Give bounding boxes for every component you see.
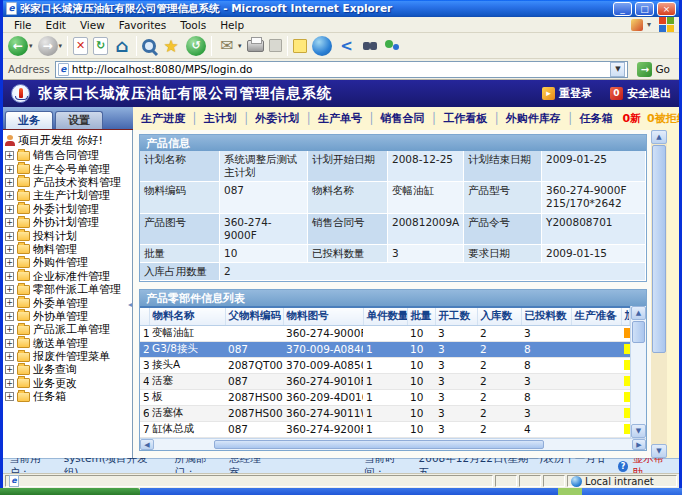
tree-item-2[interactable]: +生产令号单管理: [3, 162, 132, 175]
table-row[interactable]: 7缸体总成087360-274-9200F11032419 %: [140, 421, 630, 437]
page-vscrollbar[interactable]: ▲ ▼: [651, 130, 667, 458]
url-text[interactable]: http://localhost:8080/MPS/login.do: [72, 63, 608, 75]
addon-icon[interactable]: [631, 19, 643, 31]
menu-file[interactable]: File: [7, 19, 39, 31]
tab-业务[interactable]: 业务: [5, 111, 53, 129]
addon-dropdown-icon[interactable]: ▾: [647, 20, 651, 29]
tree-item-4[interactable]: +主生产计划管理: [3, 189, 132, 202]
dropdown-icon[interactable]: ▾: [29, 42, 33, 50]
expand-icon[interactable]: +: [5, 232, 14, 241]
scroll-down-icon[interactable]: ▼: [631, 424, 646, 438]
tree-item-16[interactable]: +报废件管理菜单: [3, 350, 132, 363]
tree-item-18[interactable]: +业务更改: [3, 377, 132, 390]
expand-icon[interactable]: +: [5, 392, 14, 401]
col-7[interactable]: 入库数: [477, 307, 521, 325]
search-button[interactable]: [142, 39, 156, 53]
web-globe-button[interactable]: [312, 36, 332, 56]
minimize-button[interactable]: _: [613, 2, 632, 16]
tree-item-13[interactable]: +外协单管理: [3, 310, 132, 323]
tree-item-17[interactable]: +业务查询: [3, 363, 132, 376]
menu-help[interactable]: Help: [213, 19, 251, 31]
menu-view[interactable]: View: [73, 19, 112, 31]
print-button[interactable]: [247, 40, 264, 52]
expand-icon[interactable]: +: [5, 365, 14, 374]
expand-icon[interactable]: +: [5, 205, 14, 214]
col-4[interactable]: 单件数量: [363, 307, 407, 325]
favorites-button[interactable]: ★: [161, 36, 181, 56]
messenger-button[interactable]: [383, 36, 401, 56]
forward-button[interactable]: →▾: [38, 36, 63, 56]
dropdown-icon[interactable]: ▾: [238, 42, 242, 50]
expand-icon[interactable]: +: [5, 339, 14, 348]
expand-icon[interactable]: +: [5, 258, 14, 267]
col-3[interactable]: 物料图号: [283, 307, 363, 325]
tree-item-7[interactable]: +投料计划: [3, 229, 132, 242]
col-1[interactable]: 物料名称: [149, 307, 225, 325]
expand-icon[interactable]: +: [5, 298, 14, 307]
note-button[interactable]: [293, 39, 307, 53]
tab-设置[interactable]: 设置: [55, 111, 103, 129]
close-button[interactable]: ×: [657, 2, 676, 16]
address-dropdown-icon[interactable]: ▼: [610, 62, 625, 77]
tree-item-15[interactable]: +缴送单管理: [3, 336, 132, 349]
expand-icon[interactable]: +: [5, 178, 14, 187]
tree-item-1[interactable]: +销售合同管理: [3, 149, 132, 162]
windows-taskbar[interactable]: [0, 488, 682, 495]
nav-item-1[interactable]: 生产进度: [141, 111, 185, 126]
relogin-button[interactable]: ▸ 重登录: [542, 86, 592, 101]
tree-item-6[interactable]: +外协计划管理: [3, 216, 132, 229]
refresh-button[interactable]: ↻: [93, 37, 108, 55]
tree-item-9[interactable]: +外购件管理: [3, 256, 132, 269]
tree-item-19[interactable]: +任务箱: [3, 390, 132, 403]
parts-vscrollbar[interactable]: ▲ ▼: [630, 306, 646, 438]
expand-icon[interactable]: +: [5, 218, 14, 227]
tree-item-14[interactable]: +产品派工单管理: [3, 323, 132, 336]
parts-hscroll-thumb[interactable]: [214, 440, 544, 449]
back-button[interactable]: ←▾: [8, 36, 33, 56]
tree-root[interactable]: 项目开发组 你好!: [3, 132, 132, 149]
expand-icon[interactable]: +: [5, 312, 14, 321]
scroll-right-icon[interactable]: ▶: [632, 439, 646, 450]
expand-icon[interactable]: +: [5, 352, 14, 361]
nav-item-6[interactable]: 工作看板: [443, 111, 487, 126]
splitter-collapse-icon[interactable]: ◂: [128, 300, 132, 309]
tree-item-3[interactable]: +产品技术资料管理: [3, 176, 132, 189]
expand-icon[interactable]: +: [5, 165, 14, 174]
expand-icon[interactable]: +: [5, 272, 14, 281]
expand-icon[interactable]: +: [5, 379, 14, 388]
table-row[interactable]: 4活塞087360-274-9010F11032320 %: [140, 373, 630, 389]
tree-item-11[interactable]: +零部件派工单管理: [3, 283, 132, 296]
scroll-up-icon[interactable]: ▲: [651, 130, 667, 144]
stop-button[interactable]: ✕: [73, 37, 88, 55]
home-button[interactable]: ⌂: [113, 36, 131, 56]
table-row[interactable]: 5板2087HS002360-209-4D01011032820 %: [140, 389, 630, 405]
nav-item-8[interactable]: 任务箱: [579, 111, 612, 126]
menu-edit[interactable]: Edit: [39, 19, 73, 31]
research-button[interactable]: [362, 40, 378, 52]
expand-icon[interactable]: +: [5, 325, 14, 334]
tree-item-10[interactable]: +企业标准件管理: [3, 270, 132, 283]
col-8[interactable]: 已投料数: [521, 307, 571, 325]
edit-button[interactable]: [269, 39, 282, 52]
page-vscroll-thumb[interactable]: [652, 145, 666, 353]
col-2[interactable]: 父物料编码: [225, 307, 283, 325]
scroll-down-icon[interactable]: ▼: [651, 444, 667, 458]
table-row[interactable]: 3接头A2087QT002370-009-A085011032820 %: [140, 357, 630, 373]
start-button[interactable]: [0, 488, 140, 495]
nav-item-4[interactable]: 生产单号: [318, 111, 362, 126]
tree-item-8[interactable]: +物料管理: [3, 243, 132, 256]
expand-icon[interactable]: +: [5, 285, 14, 294]
table-row[interactable]: 6活塞体2087HS002360-274-9011W11032320 %: [140, 405, 630, 421]
history-button[interactable]: ↺: [186, 36, 206, 56]
expand-icon[interactable]: +: [5, 191, 14, 200]
nav-item-3[interactable]: 外委计划: [255, 111, 299, 126]
expand-icon[interactable]: +: [5, 245, 14, 254]
nav-item-7[interactable]: 外购件库存: [506, 111, 561, 126]
menu-tools[interactable]: Tools: [173, 19, 213, 31]
parts-vscroll-thumb[interactable]: [632, 321, 645, 343]
nav-item-2[interactable]: 主计划: [204, 111, 237, 126]
nav-item-5[interactable]: 销售合同: [381, 111, 425, 126]
quill-button[interactable]: <: [337, 36, 357, 56]
parts-hscrollbar[interactable]: ◀ ▶: [140, 438, 646, 450]
menu-favorites[interactable]: Favorites: [112, 19, 173, 31]
